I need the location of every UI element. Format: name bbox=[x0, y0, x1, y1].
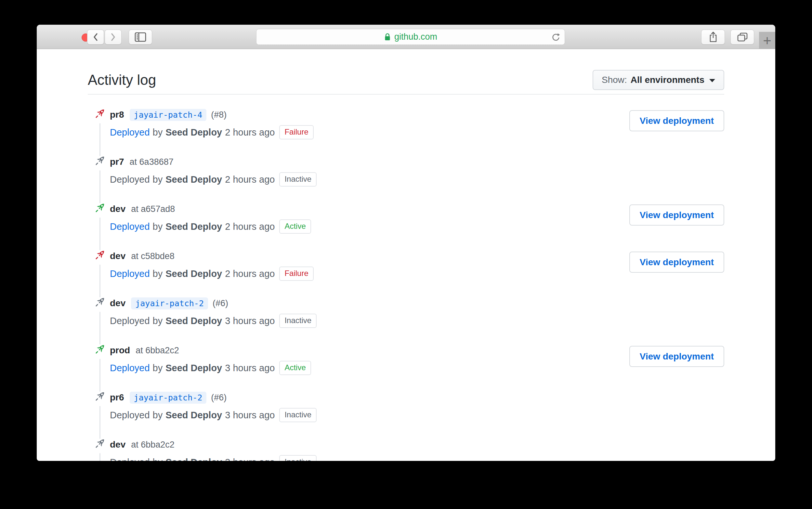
deploy-time: 3 hours ago bbox=[225, 363, 275, 373]
view-deployment-button[interactable]: View deployment bbox=[629, 346, 724, 367]
by-label: by bbox=[153, 222, 163, 232]
pr-number: (#8) bbox=[211, 110, 227, 120]
forward-icon bbox=[109, 32, 117, 42]
deployment-entry: devjayair-patch-2(#6)DeployedbySeed Depl… bbox=[88, 297, 724, 344]
status-badge: Inactive bbox=[279, 455, 316, 461]
commit-ref: at 6bba2c2 bbox=[136, 345, 179, 355]
entry-title-row: pr7at 6a38687 bbox=[110, 156, 724, 168]
by-label: by bbox=[153, 127, 163, 138]
back-icon bbox=[92, 32, 99, 42]
status-badge: Failure bbox=[279, 125, 313, 139]
timeline-line bbox=[99, 217, 100, 250]
page-content: Activity log Show: All environments pr8j… bbox=[37, 66, 775, 461]
environment-filter-dropdown[interactable]: Show: All environments bbox=[593, 70, 724, 90]
status-badge: Inactive bbox=[279, 172, 316, 186]
page-header: Activity log Show: All environments bbox=[88, 66, 724, 95]
browser-toolbar: github.com + bbox=[37, 25, 775, 49]
address-text: github.com bbox=[394, 32, 437, 42]
lock-icon bbox=[384, 33, 391, 42]
new-tab-button[interactable]: + bbox=[759, 32, 775, 49]
status-badge: Failure bbox=[279, 267, 313, 281]
deploy-time: 2 hours ago bbox=[225, 222, 275, 232]
by-label: by bbox=[153, 174, 163, 185]
deploy-actor: Seed Deploy bbox=[165, 457, 222, 461]
by-label: by bbox=[153, 269, 163, 279]
status-badge: Inactive bbox=[279, 314, 316, 328]
status-badge: Active bbox=[279, 219, 311, 234]
forward-button[interactable] bbox=[105, 30, 122, 44]
timeline-line bbox=[99, 453, 100, 461]
deploy-time: 3 hours ago bbox=[225, 316, 275, 326]
chevron-down-icon bbox=[709, 79, 715, 82]
deploy-time: 2 hours ago bbox=[225, 269, 275, 279]
view-deployment-button[interactable]: View deployment bbox=[629, 251, 724, 273]
by-label: by bbox=[153, 363, 163, 373]
rocket-icon bbox=[93, 201, 107, 215]
entry-title-row: devjayair-patch-2(#6) bbox=[110, 297, 724, 310]
entry-title-row: pr6jayair-patch-2(#6) bbox=[110, 391, 724, 404]
commit-ref: at a657ad8 bbox=[131, 204, 175, 214]
timeline-line bbox=[99, 265, 100, 297]
view-deployment-button[interactable]: View deployment bbox=[629, 204, 724, 226]
deployed-label: Deployed bbox=[110, 316, 150, 326]
timeline-line bbox=[99, 406, 100, 439]
tabs-icon bbox=[737, 32, 748, 42]
timeline-line bbox=[99, 123, 100, 156]
share-icon bbox=[708, 31, 718, 43]
deployment-entry: pr8jayair-patch-4(#8)DeployedbySeed Depl… bbox=[88, 108, 724, 156]
branch-label[interactable]: jayair-patch-2 bbox=[130, 392, 207, 404]
rocket-icon bbox=[93, 390, 107, 403]
timeline-line bbox=[99, 170, 100, 203]
activity-list: pr8jayair-patch-4(#8)DeployedbySeed Depl… bbox=[88, 108, 724, 461]
timeline-line bbox=[99, 312, 100, 344]
timeline-line bbox=[99, 359, 100, 392]
reload-button[interactable] bbox=[551, 32, 561, 44]
show-all-tabs-button[interactable] bbox=[731, 30, 754, 44]
deploy-actor: Seed Deploy bbox=[165, 127, 222, 138]
branch-label[interactable]: jayair-patch-2 bbox=[131, 297, 208, 309]
entry-meta-row: DeployedbySeed Deploy3 hours agoInactive bbox=[110, 455, 724, 461]
environment-name: prod bbox=[110, 345, 130, 355]
deploy-actor: Seed Deploy bbox=[165, 174, 222, 185]
pr-number: (#6) bbox=[211, 393, 227, 403]
deployed-link[interactable]: Deployed bbox=[110, 363, 150, 373]
sidebar-toggle-button[interactable] bbox=[129, 30, 152, 44]
environment-name: pr7 bbox=[110, 157, 124, 167]
rocket-icon bbox=[93, 343, 107, 356]
deployed-label: Deployed bbox=[110, 174, 150, 185]
environment-name: dev bbox=[110, 204, 126, 214]
deployed-label: Deployed bbox=[110, 457, 150, 461]
environment-name: dev bbox=[110, 439, 126, 450]
deployed-link[interactable]: Deployed bbox=[110, 127, 150, 138]
deploy-time: 2 hours ago bbox=[225, 174, 275, 185]
deploy-time: 3 hours ago bbox=[225, 457, 275, 461]
deploy-actor: Seed Deploy bbox=[165, 363, 222, 373]
branch-label[interactable]: jayair-patch-4 bbox=[130, 109, 207, 121]
deploy-actor: Seed Deploy bbox=[165, 410, 222, 420]
entry-meta-row: DeployedbySeed Deploy3 hours agoInactive bbox=[110, 408, 724, 422]
deployment-entry: pr6jayair-patch-2(#6)DeployedbySeed Depl… bbox=[88, 391, 724, 438]
address-bar[interactable]: github.com bbox=[256, 29, 565, 45]
commit-ref: at c58bde8 bbox=[131, 251, 175, 261]
rocket-icon bbox=[93, 248, 107, 262]
share-button[interactable] bbox=[701, 30, 725, 44]
deploy-actor: Seed Deploy bbox=[165, 316, 222, 326]
filter-label: Show: bbox=[602, 75, 627, 85]
by-label: by bbox=[153, 457, 163, 461]
status-badge: Inactive bbox=[279, 408, 316, 422]
deploy-actor: Seed Deploy bbox=[165, 269, 222, 279]
deployed-link[interactable]: Deployed bbox=[110, 269, 150, 279]
filter-value: All environments bbox=[631, 75, 704, 85]
browser-window: github.com + bbox=[37, 25, 775, 461]
entry-title-row: devat 6bba2c2 bbox=[110, 438, 724, 451]
deployment-entry: prodat 6bba2c2DeployedbySeed Deploy3 hou… bbox=[88, 344, 724, 391]
deployed-label: Deployed bbox=[110, 410, 150, 420]
back-button[interactable] bbox=[87, 30, 104, 44]
sidebar-icon bbox=[134, 32, 147, 42]
deployed-link[interactable]: Deployed bbox=[110, 222, 150, 232]
view-deployment-button[interactable]: View deployment bbox=[629, 110, 724, 131]
reload-icon bbox=[551, 32, 561, 42]
deployment-entry: pr7at 6a38687DeployedbySeed Deploy2 hour… bbox=[88, 156, 724, 203]
by-label: by bbox=[153, 316, 163, 326]
page-title: Activity log bbox=[88, 72, 156, 88]
